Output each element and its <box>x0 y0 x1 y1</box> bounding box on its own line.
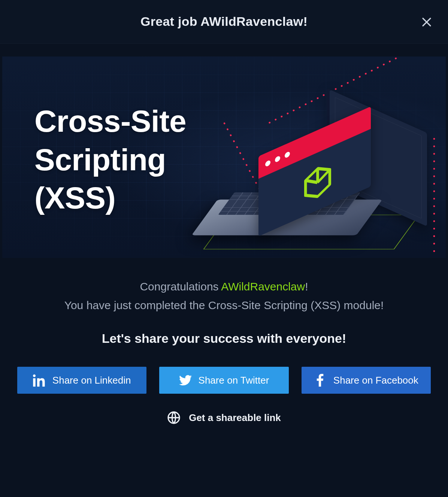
accent-dots <box>433 135 435 255</box>
illustration <box>195 71 446 258</box>
facebook-icon <box>314 374 327 387</box>
cube-icon <box>303 160 333 210</box>
completion-modal: Great job AWildRavenclaw! Cross-Site Scr… <box>0 0 448 497</box>
share-twitter-button[interactable]: Share on Twitter <box>159 367 288 394</box>
congrats-prefix: Congratulations <box>140 280 221 293</box>
close-button[interactable] <box>419 14 435 30</box>
shareable-link-button[interactable]: Get a shareable link <box>0 411 448 424</box>
share-facebook-button[interactable]: Share on Facebook <box>302 367 431 394</box>
congrats-username: AWildRavenclaw <box>221 280 305 293</box>
modal-header: Great job AWildRavenclaw! <box>0 0 448 44</box>
modal-title: Great job AWildRavenclaw! <box>11 14 437 29</box>
shareable-link-label: Get a shareable link <box>189 412 281 424</box>
module-banner: Cross-Site Scripting (XSS) <box>2 57 446 258</box>
share-heading: Let's share your success with everyone! <box>0 331 448 346</box>
congrats-suffix: ! <box>305 280 308 293</box>
share-linkedin-label: Share on Linkedin <box>52 375 131 386</box>
close-icon <box>420 16 433 28</box>
share-twitter-label: Share on Twitter <box>199 375 269 386</box>
share-linkedin-button[interactable]: Share on Linkedin <box>17 367 146 394</box>
linkedin-icon <box>33 374 46 387</box>
congrats-line: Congratulations AWildRavenclaw! <box>19 280 429 293</box>
share-facebook-label: Share on Facebook <box>333 375 418 386</box>
module-title: Cross-Site Scripting (XSS) <box>34 102 186 217</box>
globe-icon <box>167 411 181 424</box>
congrats-block: Congratulations AWildRavenclaw! You have… <box>0 280 448 312</box>
twitter-icon <box>179 374 192 387</box>
share-buttons: Share on Linkedin Share on Twitter Share… <box>0 367 448 394</box>
completion-line: You have just completed the Cross-Site S… <box>19 299 429 312</box>
